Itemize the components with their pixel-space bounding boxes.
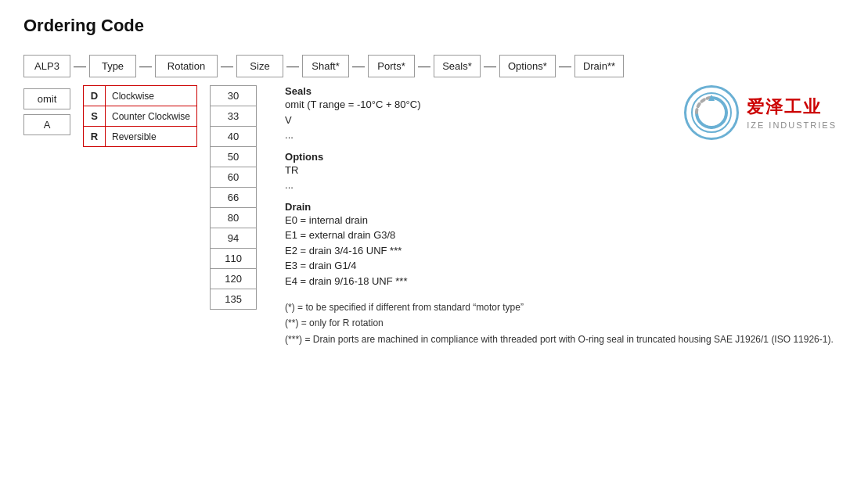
- connector-6: —: [415, 59, 434, 74]
- drain-item-0: E0 = internal drain: [285, 213, 845, 228]
- size-item: 110: [210, 249, 257, 269]
- size-item: 33: [210, 106, 257, 127]
- drain-label: Drain: [285, 201, 845, 213]
- connector-1: —: [70, 59, 89, 74]
- header-shaft: Shaft*: [302, 55, 349, 77]
- type-column: omit A: [23, 85, 70, 135]
- header-row: ALP3 — Type — Rotation — Size — Shaft* —…: [23, 55, 845, 77]
- logo-chinese: 爱泽工业: [747, 95, 822, 119]
- header-seals: Seals*: [434, 55, 481, 77]
- options-item-1: ...: [285, 178, 845, 193]
- connector-5: —: [349, 59, 368, 74]
- header-ports: Ports*: [368, 55, 415, 77]
- size-item: 50: [210, 147, 257, 167]
- connector-4: —: [283, 59, 302, 74]
- size-column: 3033405060668094110120135: [210, 85, 257, 310]
- drain-item-1: E1 = external drain G3/8: [285, 228, 845, 243]
- logo-english: IZE INDUSTRIES: [747, 120, 837, 130]
- options-label: Options: [285, 151, 845, 163]
- rotation-val-counter: Counter Clockwise: [106, 106, 196, 126]
- header-options: Options*: [499, 55, 556, 77]
- footnote-0: (*) = to be specified if different from …: [285, 300, 845, 315]
- options-block: Options TR ...: [285, 151, 845, 193]
- page-title: Ordering Code: [23, 16, 845, 36]
- info-section: 爱泽工业 IZE INDUSTRIES Seals omit (T range …: [285, 85, 845, 347]
- type-omit: omit: [23, 88, 70, 109]
- header-rotation: Rotation: [155, 55, 218, 77]
- rotation-row-r: R Reversible: [84, 127, 196, 146]
- size-item: 80: [210, 208, 257, 228]
- size-item: 40: [210, 127, 257, 147]
- logo-icon: [690, 91, 733, 134]
- rotation-val-reversible: Reversible: [106, 127, 163, 146]
- options-item-0: TR: [285, 163, 845, 178]
- drain-item-4: E4 = drain 9/16-18 UNF ***: [285, 274, 845, 289]
- rotation-val-clockwise: Clockwise: [106, 86, 162, 106]
- connector-8: —: [556, 59, 574, 74]
- size-item: 66: [210, 188, 257, 208]
- connector-3: —: [218, 59, 236, 74]
- type-a: A: [23, 114, 70, 135]
- header-type: Type: [89, 55, 136, 77]
- connector-7: —: [481, 59, 499, 74]
- footnote-2: (***) = Drain ports are machined in comp…: [285, 332, 845, 347]
- size-item: 60: [210, 167, 257, 188]
- logo-circle: [684, 85, 739, 140]
- header-alp3: ALP3: [23, 55, 70, 77]
- drain-item-3: E3 = drain G1/4: [285, 258, 845, 274]
- header-drain: Drain**: [574, 55, 624, 77]
- rotation-key-s: S: [84, 106, 106, 126]
- connector-2: —: [136, 59, 155, 74]
- logo-area: 爱泽工业 IZE INDUSTRIES: [684, 85, 837, 140]
- diagram-area: ALP3 — Type — Rotation — Size — Shaft* —…: [23, 55, 845, 347]
- rotation-row-d: D Clockwise: [84, 86, 196, 106]
- rotation-key-d: D: [84, 86, 106, 106]
- rotation-detail: D Clockwise S Counter Clockwise R Revers…: [83, 85, 197, 147]
- size-item: 135: [210, 289, 257, 310]
- content-row: omit A D Clockwise S Counter Clockwise R…: [23, 85, 845, 347]
- header-size: Size: [236, 55, 283, 77]
- drain-item-2: E2 = drain 3/4-16 UNF ***: [285, 243, 845, 259]
- drain-block: Drain E0 = internal drain E1 = external …: [285, 201, 845, 289]
- rotation-row-s: S Counter Clockwise: [84, 106, 196, 127]
- footnote-1: (**) = only for R rotation: [285, 315, 845, 331]
- rotation-key-r: R: [84, 127, 106, 146]
- size-item: 94: [210, 228, 257, 249]
- size-item: 30: [210, 85, 257, 106]
- logo-text-area: 爱泽工业 IZE INDUSTRIES: [747, 95, 837, 130]
- size-item: 120: [210, 269, 257, 289]
- footnotes: (*) = to be specified if different from …: [285, 300, 845, 347]
